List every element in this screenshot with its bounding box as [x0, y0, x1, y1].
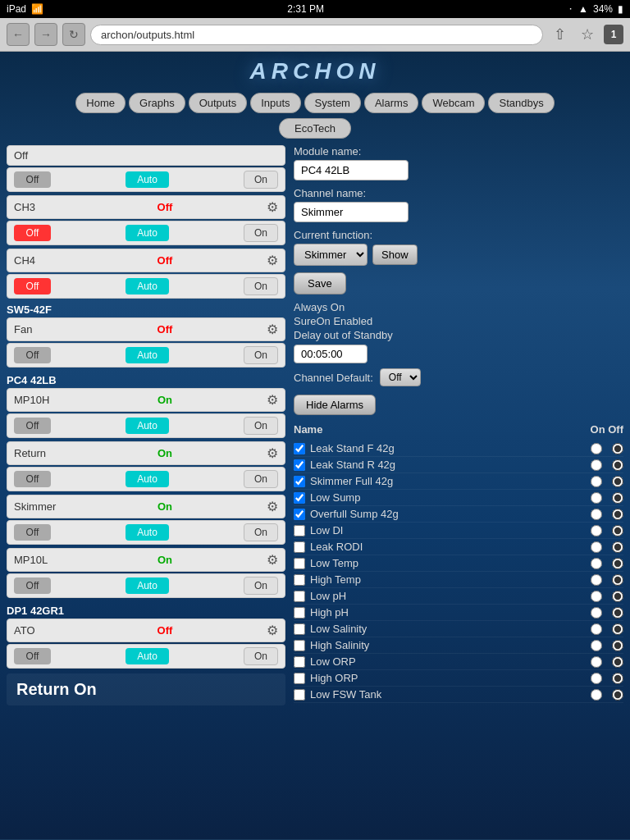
alarm-low-salinity-checkbox[interactable]: [294, 623, 305, 635]
alarm-low-temp-off[interactable]: [612, 558, 623, 569]
ctrl-auto-btn[interactable]: Auto: [126, 171, 169, 188]
alarm-high-temp-checkbox[interactable]: [294, 574, 305, 586]
alarm-high-ph-checkbox[interactable]: [294, 607, 305, 619]
share-button[interactable]: ⇧: [548, 23, 571, 46]
nav-home[interactable]: Home: [75, 93, 126, 113]
nav-outputs[interactable]: Outputs: [189, 93, 248, 113]
alarm-low-fsw-tank-checkbox[interactable]: [294, 689, 305, 701]
ato-gear-icon[interactable]: ⚙: [267, 623, 278, 638]
ch4-auto-btn[interactable]: Auto: [126, 278, 169, 294]
alarm-low-temp-checkbox[interactable]: [294, 558, 305, 569]
mp10l-gear-icon[interactable]: ⚙: [267, 552, 278, 568]
ctrl-on-btn[interactable]: On: [244, 171, 278, 189]
hide-alarms-button[interactable]: Hide Alarms: [294, 395, 376, 415]
alarm-high-salinity-off[interactable]: [612, 640, 623, 651]
skimmer-gear-icon[interactable]: ⚙: [267, 499, 278, 514]
alarm-high-ph-off[interactable]: [612, 607, 623, 619]
return-on-btn[interactable]: On: [244, 470, 278, 488]
alarm-skimmer-full-checkbox[interactable]: [294, 476, 305, 487]
alarm-low-salinity-off[interactable]: [612, 623, 623, 635]
alarm-leak-stand-r-off[interactable]: [612, 459, 623, 471]
ctrl-off-btn[interactable]: Off: [14, 171, 51, 188]
alarm-low-salinity-on[interactable]: [591, 623, 602, 635]
alarm-leak-stand-f-checkbox[interactable]: [294, 443, 305, 454]
alarm-low-ph-checkbox[interactable]: [294, 591, 305, 602]
alarm-skimmer-full-off[interactable]: [612, 476, 623, 487]
nav-system[interactable]: System: [304, 93, 361, 113]
function-select[interactable]: Skimmer: [294, 244, 368, 266]
alarm-high-salinity-checkbox[interactable]: [294, 640, 305, 651]
back-button[interactable]: ←: [7, 23, 30, 46]
skimmer-auto-btn[interactable]: Auto: [126, 524, 169, 541]
ch4-on-btn[interactable]: On: [244, 277, 278, 295]
alarm-low-ph-on[interactable]: [591, 591, 602, 602]
alarm-overfull-sump-off[interactable]: [612, 509, 623, 520]
alarm-low-sump-on[interactable]: [591, 492, 602, 504]
fan-auto-btn[interactable]: Auto: [126, 347, 169, 363]
reload-button[interactable]: ↻: [62, 23, 85, 46]
ch3-gear-icon[interactable]: ⚙: [267, 199, 278, 215]
ch3-auto-btn[interactable]: Auto: [126, 225, 169, 241]
alarm-low-fsw-tank-off[interactable]: [612, 689, 623, 701]
alarm-low-ph-off[interactable]: [612, 591, 623, 602]
module-name-input[interactable]: [294, 160, 409, 180]
channel-name-input[interactable]: [294, 202, 409, 222]
nav-graphs[interactable]: Graphs: [129, 93, 185, 113]
skimmer-on-btn[interactable]: On: [244, 523, 278, 541]
alarm-high-orp-checkbox[interactable]: [294, 673, 305, 684]
nav-inputs[interactable]: Inputs: [250, 93, 300, 113]
mp10h-gear-icon[interactable]: ⚙: [267, 392, 278, 408]
ch3-on-btn[interactable]: On: [244, 224, 278, 242]
alarm-overfull-sump-on[interactable]: [591, 509, 602, 520]
ato-auto-btn[interactable]: Auto: [126, 648, 169, 664]
mp10l-off-btn[interactable]: Off: [14, 578, 51, 594]
alarm-low-orp-on[interactable]: [591, 656, 602, 668]
fan-gear-icon[interactable]: ⚙: [267, 322, 278, 337]
bookmark-button[interactable]: ☆: [576, 23, 599, 46]
alarm-high-orp-off[interactable]: [612, 673, 623, 684]
ch3-off-btn[interactable]: Off: [14, 225, 51, 241]
alarm-leak-stand-f-on[interactable]: [591, 443, 602, 454]
alarm-leak-stand-r-checkbox[interactable]: [294, 459, 305, 471]
ato-on-btn[interactable]: On: [244, 647, 278, 665]
save-button[interactable]: Save: [294, 272, 346, 294]
fan-on-btn[interactable]: On: [244, 346, 278, 364]
skimmer-off-btn[interactable]: Off: [14, 524, 51, 541]
alarm-low-sump-checkbox[interactable]: [294, 492, 305, 504]
alarm-high-orp-on[interactable]: [591, 673, 602, 684]
nav-webcam[interactable]: Webcam: [422, 93, 485, 113]
alarm-high-ph-on[interactable]: [591, 607, 602, 619]
channel-default-select[interactable]: Off: [380, 368, 421, 386]
return-off-btn[interactable]: Off: [14, 471, 51, 487]
alarm-low-di-checkbox[interactable]: [294, 525, 305, 536]
alarm-low-temp-on[interactable]: [591, 558, 602, 569]
mp10l-auto-btn[interactable]: Auto: [126, 578, 169, 594]
fan-off-btn[interactable]: Off: [14, 347, 51, 363]
nav-alarms[interactable]: Alarms: [364, 93, 418, 113]
show-button[interactable]: Show: [372, 244, 418, 265]
return-gear-icon[interactable]: ⚙: [267, 445, 278, 461]
alarm-high-salinity-on[interactable]: [591, 640, 602, 651]
alarm-leak-rodi-on[interactable]: [591, 541, 602, 553]
delay-time-input[interactable]: [294, 345, 368, 363]
tab-count[interactable]: 1: [604, 25, 623, 44]
ato-off-btn[interactable]: Off: [14, 648, 51, 664]
alarm-low-orp-off[interactable]: [612, 656, 623, 668]
mp10h-auto-btn[interactable]: Auto: [126, 418, 169, 434]
alarm-leak-stand-r-on[interactable]: [591, 459, 602, 471]
mp10h-off-btn[interactable]: Off: [14, 418, 51, 434]
url-bar[interactable]: [90, 25, 543, 45]
alarm-skimmer-full-on[interactable]: [591, 476, 602, 487]
mp10l-on-btn[interactable]: On: [244, 577, 278, 595]
ecotech-button[interactable]: EcoTech: [279, 118, 351, 139]
alarm-high-temp-off[interactable]: [612, 574, 623, 586]
return-auto-btn[interactable]: Auto: [126, 471, 169, 487]
alarm-low-sump-off[interactable]: [612, 492, 623, 504]
alarm-low-di-on[interactable]: [591, 525, 602, 536]
alarm-overfull-sump-checkbox[interactable]: [294, 509, 305, 520]
alarm-low-fsw-tank-on[interactable]: [591, 689, 602, 701]
nav-standbys[interactable]: Standbys: [488, 93, 554, 113]
ch4-off-btn[interactable]: Off: [14, 278, 51, 294]
alarm-leak-rodi-checkbox[interactable]: [294, 541, 305, 553]
alarm-leak-rodi-off[interactable]: [612, 541, 623, 553]
